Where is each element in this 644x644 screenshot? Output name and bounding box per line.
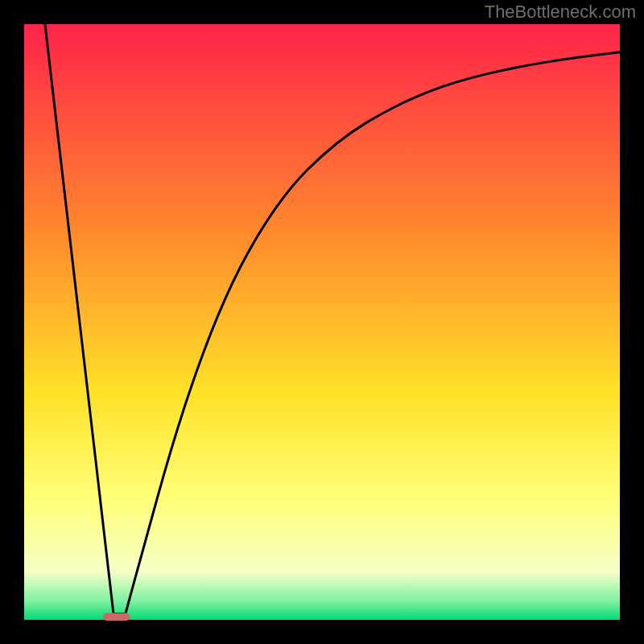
chart-svg [0, 0, 644, 644]
chart-container: TheBottleneck.com [0, 0, 644, 644]
minimum-marker [103, 613, 130, 621]
watermark-text: TheBottleneck.com [485, 2, 636, 23]
plot-background [24, 24, 620, 620]
